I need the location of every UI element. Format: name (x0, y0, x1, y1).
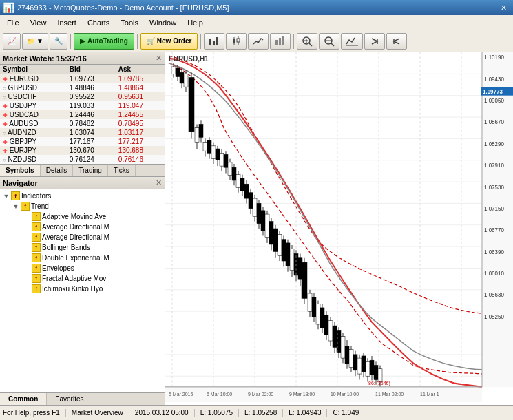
menu-window[interactable]: Window (144, 15, 182, 30)
indicators-button[interactable] (341, 33, 363, 50)
menu-help[interactable]: Help (182, 15, 209, 30)
svg-rect-135 (357, 358, 362, 374)
tree-dema[interactable]: f Double Exponential M (1, 253, 163, 263)
zoom-out-button[interactable] (319, 33, 339, 50)
open-button[interactable]: 📁▼ (22, 33, 48, 50)
svg-rect-127 (341, 337, 345, 358)
dema-icon: f (32, 253, 41, 262)
zoom-in-button[interactable] (297, 33, 317, 50)
adx2-label: Average Directional M (42, 233, 109, 241)
svg-rect-63 (207, 140, 211, 153)
bollinger-icon: f (32, 243, 41, 252)
menu-view[interactable]: View (25, 15, 52, 30)
svg-rect-115 (316, 304, 320, 324)
tab-ticks[interactable]: Ticks (108, 165, 136, 176)
tree-ichimoku[interactable]: f Ichimoku Kinko Hyo (1, 284, 163, 294)
chart-type4-icon (275, 36, 286, 47)
status-bar: For Help, press F1 Market Overview 2015.… (0, 405, 513, 420)
chart-area[interactable]: 1.10190 1.09430 1.09050 1.08670 1.08290 … (165, 52, 513, 405)
navigator-close[interactable]: ✕ (156, 178, 162, 187)
mw-bid-audnzd: 1.03074 (67, 128, 116, 137)
profiles-button[interactable]: 🔧 (50, 33, 67, 50)
mw-row-audnzd[interactable]: ○ AUDNZD 1.03074 1.03117 (0, 128, 165, 137)
close-button[interactable]: ✕ (497, 3, 510, 13)
market-watch-close[interactable]: ✕ (156, 54, 162, 63)
tree-adaptive-moving[interactable]: f Adaptive Moving Ave (1, 211, 163, 222)
mw-symbol-audusd: ✚ AUDUSD (0, 119, 67, 128)
adaptive-moving-icon: f (32, 212, 41, 221)
adaptive-moving-label: Adaptive Moving Ave (42, 213, 106, 220)
menu-tools[interactable]: Tools (115, 15, 144, 30)
mw-symbol-gbpjpy: ✚ GBPJPY (0, 137, 67, 146)
tree-bollinger[interactable]: f Bollinger Bands (1, 242, 163, 253)
order-icon: 🛒 (147, 37, 155, 45)
mw-row-gbpusd[interactable]: ○ GBPUSD 1.48846 1.48864 (0, 83, 165, 92)
new-order-button[interactable]: 🛒 New Order (140, 33, 198, 50)
svg-text:1.09050: 1.09050 (484, 98, 504, 104)
play-icon: ▶ (80, 37, 85, 45)
svg-text:1.06010: 1.06010 (484, 271, 504, 277)
mw-row-usdcad[interactable]: ✚ USDCAD 1.24446 1.24455 (0, 110, 165, 119)
ichimoku-label: Ichimoku Kinko Hyo (42, 285, 103, 293)
mw-bid-usdjpy: 119.033 (67, 101, 116, 110)
menu-file[interactable]: File (1, 15, 25, 30)
minimize-button[interactable]: ─ (471, 3, 483, 13)
tab-symbols[interactable]: Symbols (0, 165, 41, 176)
tab-details[interactable]: Details (41, 165, 74, 176)
nav-tab-common[interactable]: Common (0, 393, 47, 405)
mw-row-usdjpy[interactable]: ✚ USDJPY 119.033 119.047 (0, 101, 165, 110)
svg-rect-49 (176, 68, 180, 77)
scroll-right-icon (369, 36, 380, 47)
mw-row-gbpjpy[interactable]: ✚ GBPJPY 177.167 177.217 (0, 137, 165, 146)
svg-rect-113 (312, 297, 316, 317)
scroll-left-button[interactable] (386, 33, 407, 50)
navigator-title: Navigator (3, 179, 38, 187)
tree-envelopes[interactable]: f Envelopes (1, 263, 163, 273)
mw-row-eurusd[interactable]: ✚ EURUSD 1.09773 1.09785 (0, 74, 165, 84)
chart-type4-button[interactable] (270, 33, 291, 50)
new-chart-button[interactable]: 📈 (3, 33, 21, 50)
bar-chart-button[interactable] (204, 33, 224, 50)
svg-rect-109 (302, 262, 307, 298)
price4-text: C: 1.049 (333, 409, 359, 417)
scroll-right-button[interactable] (364, 33, 385, 50)
mw-row-nzdusd[interactable]: ○ NZDUSD 0.76124 0.76146 (0, 155, 165, 164)
mw-row-eurjpy[interactable]: ✚ EURJPY 130.670 130.688 (0, 146, 165, 155)
svg-text:1.08290: 1.08290 (484, 141, 504, 147)
menu-insert[interactable]: Insert (52, 15, 82, 30)
menu-charts[interactable]: Charts (82, 15, 115, 30)
svg-rect-61 (203, 143, 207, 151)
maximize-button[interactable]: □ (484, 3, 496, 13)
tree-indicators[interactable]: ▼ f Indicators (1, 191, 163, 201)
svg-text:1.06770: 1.06770 (484, 227, 504, 233)
mw-row-usdchf[interactable]: ○ USDCHF 0.95522 0.95631 (0, 92, 165, 101)
spacer-icon-5 (23, 255, 30, 262)
dema-label: Double Exponential M (42, 254, 109, 262)
candle-button[interactable] (226, 33, 247, 50)
mw-row-audusd[interactable]: ✚ AUDUSD 0.78482 0.78495 (0, 119, 165, 128)
svg-text:10 Mar 10:00: 10 Mar 10:00 (331, 392, 359, 397)
tree-adx1[interactable]: f Average Directional M (1, 222, 163, 232)
tree-trend[interactable]: ▼ f Trend (1, 201, 163, 211)
trend-label: Trend (31, 202, 49, 210)
tree-adx2[interactable]: f Average Directional M (1, 232, 163, 242)
svg-rect-137 (362, 356, 366, 372)
navigator-panel: Navigator ✕ ▼ f Indicators ▼ f Trend (0, 177, 165, 405)
mw-symbol-usdchf: ○ USDCHF (0, 92, 67, 101)
status-price3: L: 1.04943 (289, 409, 327, 417)
svg-rect-97 (278, 234, 282, 255)
svg-rect-73 (228, 162, 232, 176)
svg-rect-121 (328, 321, 333, 341)
line-chart-button[interactable] (248, 33, 269, 50)
nav-tab-favorites[interactable]: Favorites (47, 393, 92, 405)
svg-text:11 Mar 02:00: 11 Mar 02:00 (375, 392, 404, 397)
autotrading-button[interactable]: ▶ AutoTrading (74, 33, 134, 50)
svg-rect-123 (333, 326, 337, 347)
svg-text:1.09430: 1.09430 (484, 76, 504, 83)
spacer-icon-8 (23, 286, 30, 293)
spacer-icon-6 (23, 265, 30, 272)
price3-text: L: 1.04943 (289, 409, 321, 417)
bollinger-label: Bollinger Bands (42, 244, 90, 251)
tab-trading[interactable]: Trading (73, 165, 108, 176)
tree-frama[interactable]: f Fractal Adaptive Mov (1, 273, 163, 284)
